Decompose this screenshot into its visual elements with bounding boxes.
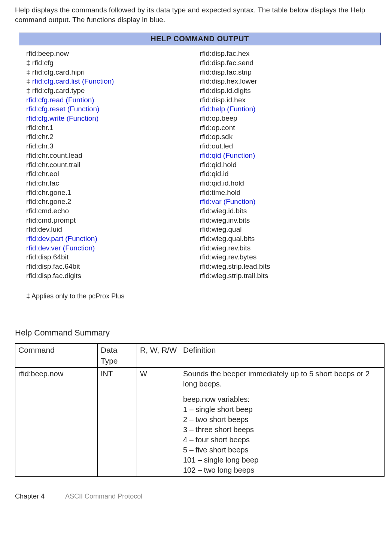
list-item: rfid:dev.luid (26, 225, 200, 234)
list-item: rfid:qid.hold (200, 160, 374, 170)
list-item: ‡ rfid:cfg.card.list (Function) (26, 77, 200, 86)
list-item: rfid:disp.fac.hex (200, 49, 374, 58)
list-item: rfid:disp.64bit (26, 253, 200, 262)
list-item: rfid:cmd.prompt (26, 216, 200, 225)
list-item: rfid:wieg.inv.bits (200, 216, 374, 225)
cell-definition: Sounds the beeper immediately up to 5 sh… (180, 368, 385, 477)
command-list-right: rfid:disp.fac.hexrfid:disp.fac.sendrfid:… (200, 49, 374, 280)
th-definition: Definition (180, 344, 385, 368)
list-item: rfid:chr.3 (26, 142, 200, 151)
variables-list: 1 – single short beep2 – two short beeps… (183, 404, 381, 475)
variable-item: 1 – single short beep (183, 404, 381, 415)
list-item: rfid:cfg.write (Function) (26, 114, 200, 123)
list-item: rfid:chr.gone.2 (26, 197, 200, 207)
list-item: rfid:chr.2 (26, 132, 200, 142)
variable-item: 2 – two short beeps (183, 415, 381, 425)
list-item: ‡ rfid:cfg.card.type (26, 86, 200, 96)
list-item: rfid:wieg.strip.lead.bits (200, 262, 374, 271)
summary-title: Help Command Summary (15, 327, 385, 338)
list-item: rfid:disp.fac.digits (26, 271, 200, 281)
cell-rw: W (137, 368, 180, 477)
summary-table: Command Data Type R, W, R/W Definition r… (15, 343, 385, 477)
list-item: rfid:chr.gone.1 (26, 188, 200, 198)
definition-intro: Sounds the beeper immediately up to 5 sh… (183, 369, 381, 389)
list-item: rfid:chr.eol (26, 169, 200, 179)
cell-datatype: INT (98, 368, 137, 477)
list-item: rfid:wieg.qual (200, 225, 374, 234)
list-item: rfid:disp.hex.lower (200, 77, 374, 86)
list-item: ‡ rfid:cfg (26, 58, 200, 68)
page-footer: Chapter 4 ASCII Command Protocol (15, 492, 385, 501)
list-item: rfid:chr.count.trail (26, 160, 200, 170)
list-item: rfid:chr.1 (26, 123, 200, 133)
cell-command: rfid:beep.now (15, 368, 98, 477)
variable-item: 102 – two long beeps (183, 465, 381, 475)
help-output-body: rfid:beep.now‡ rfid:cfg‡ rfid:cfg.card.h… (15, 45, 385, 280)
intro-text: Help displays the commands followed by i… (15, 5, 385, 24)
list-item: rfid:disp.fac.send (200, 58, 374, 68)
list-item: rfid:wieg.strip.trail.bits (200, 271, 374, 281)
list-item: rfid:out.led (200, 142, 374, 151)
variable-item: 5 – five short beeps (183, 445, 381, 455)
list-item: rfid:chr.count.lead (26, 151, 200, 160)
list-item: rfid:wieg.qual.bits (200, 234, 374, 244)
list-item: rfid:dev.part (Function) (26, 234, 200, 244)
footnote: ‡ Applies only to the pcProx Plus (15, 280, 385, 301)
list-item: rfid:op.sdk (200, 132, 374, 142)
list-item: rfid:disp.fac.strip (200, 68, 374, 77)
table-header-row: Command Data Type R, W, R/W Definition (15, 344, 385, 368)
list-item: rfid:dev.ver (Function) (26, 244, 200, 253)
help-output-header: HELP COMMAND OUTPUT (19, 33, 381, 45)
th-command: Command (15, 344, 98, 368)
variable-item: 4 – four short beeps (183, 435, 381, 445)
list-item: rfid:wieg.rev.bytes (200, 253, 374, 262)
list-item: rfid:cmd.echo (26, 207, 200, 216)
list-item: rfid:disp.id.digits (200, 86, 374, 96)
list-item: rfid:qid (Function) (200, 151, 374, 160)
list-item: rfid:op.beep (200, 114, 374, 123)
th-datatype: Data Type (98, 344, 137, 368)
variable-item: 3 – three short beeps (183, 425, 381, 435)
list-item: ‡ rfid:cfg.card.hipri (26, 68, 200, 77)
list-item: rfid:chr.fac (26, 179, 200, 188)
list-item: rfid:cfg.reset (Function) (26, 105, 200, 114)
chapter-number: Chapter 4 (15, 493, 45, 500)
list-item: rfid:wieg.id.bits (200, 207, 374, 216)
chapter-title: ASCII Command Protocol (65, 493, 142, 500)
list-item: rfid:disp.fac.64bit (26, 262, 200, 271)
list-item: rfid:beep.now (26, 49, 200, 58)
list-item: rfid:time.hold (200, 188, 374, 198)
list-item: rfid:cfg.read (Funtion) (26, 96, 200, 105)
variables-heading: beep.now variables: (183, 394, 381, 404)
list-item: rfid:help (Funtion) (200, 105, 374, 114)
variable-item: 101 – single long beep (183, 455, 381, 465)
list-item: rfid:op.cont (200, 123, 374, 133)
list-item: rfid:var (Function) (200, 197, 374, 207)
help-output-box: HELP COMMAND OUTPUT rfid:beep.now‡ rfid:… (15, 33, 385, 301)
list-item: rfid:qid.id (200, 169, 374, 179)
table-row: rfid:beep.now INT W Sounds the beeper im… (15, 368, 385, 477)
command-list-left: rfid:beep.now‡ rfid:cfg‡ rfid:cfg.card.h… (26, 49, 200, 280)
list-item: rfid:wieg.rev.bits (200, 244, 374, 253)
list-item: rfid:disp.id.hex (200, 96, 374, 105)
list-item: rfid:qid.id.hold (200, 179, 374, 188)
th-rw: R, W, R/W (137, 344, 180, 368)
